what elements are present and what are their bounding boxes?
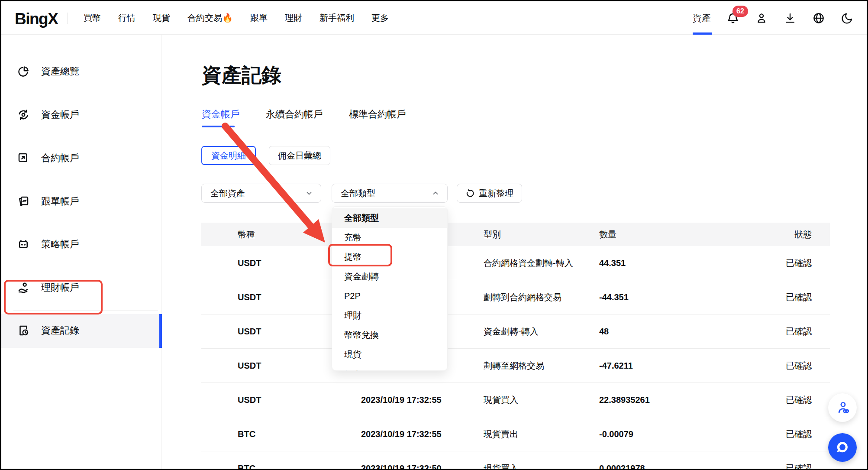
notifications-button[interactable]: 62 [726,12,739,25]
sidebar-item-asset-overview[interactable]: 資產總覽 [1,58,162,85]
sidebar: 資產總覽 資金帳戶 合約帳戶 跟單帳戶 策略帳戶 [1,35,162,469]
top-navbar: BingX 買幣 行情 現貨 合約交易🔥 跟單 理財 新手福利 更多 資產 62 [1,1,867,35]
nav-item-copy-trading[interactable]: 跟單 [250,12,268,24]
dropdown-option-withdraw[interactable]: 提幣 [332,247,447,267]
subtab-fund-details[interactable]: 資金明細 [201,146,256,165]
header-coin: 幣種 [238,223,255,246]
dropdown-option-coin-swap[interactable]: 幣幣兌換 [332,325,447,345]
globe-icon [812,12,825,25]
moon-icon [841,12,854,25]
language-button[interactable] [812,12,825,25]
sidebar-item-copy-trading-account[interactable]: 跟單帳戶 [1,188,162,215]
header-status: 狀態 [794,223,812,246]
table-row: USDT 劃轉到合約網格交易 -44.351 已確認 [201,280,830,314]
table-row: USDT 資金劃轉-轉入 48 已確認 [201,314,830,349]
dropdown-option-p2p[interactable]: P2P [332,286,447,306]
header-type: 型別 [484,223,501,246]
type-filter-value: 全部類型 [341,188,375,199]
nav-item-markets[interactable]: 行情 [118,12,136,24]
header-amount: 數量 [599,223,616,246]
refresh-icon [465,188,475,198]
table-row: BTC 2023/10/19 17:32:50 現貨買入 0.00021978 … [201,451,830,470]
nav-item-assets[interactable]: 資產 [693,1,711,35]
account-tabs: 資金帳戶 永續合約帳戶 標準合約帳戶 [202,108,406,121]
dropdown-option-fund-transfer[interactable]: 資金劃轉 [332,267,447,286]
nav-item-futures[interactable]: 合約交易🔥 [187,12,233,24]
strategy-bot-icon [17,238,30,251]
refresh-button[interactable]: 重新整理 [457,184,522,203]
status-badge: 已確認 [786,417,812,451]
nav-item-buy-crypto[interactable]: 買幣 [84,12,101,24]
support-chat-button[interactable] [828,433,857,462]
affiliate-button[interactable] [828,393,857,422]
type-filter-select[interactable]: 全部類型 [332,184,448,203]
chevron-down-icon [305,189,313,197]
subtab-commission-daily-summary[interactable]: 佣金日彙總 [269,146,330,165]
sidebar-item-wealth-account[interactable]: 理財帳戶 [1,274,162,301]
wealth-hand-icon [17,281,30,294]
tab-standard-account[interactable]: 標準合約帳戶 [349,108,406,121]
funding-cycle-icon [17,108,30,121]
assets-active-underline [693,32,712,35]
nav-item-spot[interactable]: 現貨 [153,12,170,24]
nav-right-cluster: 資產 62 [693,1,854,35]
dropdown-option-wealth[interactable]: 理財 [332,306,447,325]
nav-item-rewards[interactable]: 新手福利 [319,12,354,24]
contract-doc-icon [17,152,30,165]
dropdown-option-spot[interactable]: 現貨 [332,345,447,364]
notification-badge: 62 [732,6,748,17]
chevron-up-icon [432,189,439,197]
nav-item-wealth[interactable]: 理財 [285,12,302,24]
account-button[interactable] [755,12,768,25]
table-header: 幣種 型別 數量 狀態 [201,223,830,246]
asset-filter-value: 全部資產 [210,188,245,199]
nav-divider [67,13,68,24]
active-tab-underline [202,126,235,127]
dropdown-option-deposit[interactable]: 充幣 [332,228,447,247]
asset-records-icon [17,324,30,337]
nav-menu: 買幣 行情 現貨 合約交易🔥 跟單 理財 新手福利 更多 [84,1,389,35]
asset-filter-select[interactable]: 全部資產 [201,184,321,203]
table-row: USDT 劃轉至網格交易 -47.6211 已確認 [201,349,830,383]
bingx-logo[interactable]: BingX [15,10,58,28]
type-dropdown-menu: 全部類型 充幣 提幣 資金劃轉 P2P 理財 幣幣兌換 現貨 佣金 [332,206,448,371]
download-app-button[interactable] [784,12,797,25]
status-badge: 已確認 [786,383,812,417]
page-title: 資產記錄 [202,62,281,89]
status-badge: 已確認 [786,280,812,314]
status-badge: 已確認 [786,451,812,470]
status-badge: 已確認 [786,246,812,280]
person-link-icon [835,400,850,415]
tab-perpetual-account[interactable]: 永續合約帳戶 [266,108,323,121]
tab-fund-account[interactable]: 資金帳戶 [202,108,240,121]
dropdown-option-all-types[interactable]: 全部類型 [332,208,447,228]
chat-bubble-icon [835,440,850,455]
table-row: USDT 合約網格資金劃轉-轉入 44.351 已確認 [201,246,830,280]
status-badge: 已確認 [786,349,812,382]
sidebar-divider [13,310,158,311]
nav-item-more[interactable]: 更多 [371,12,389,24]
download-icon [784,12,797,25]
status-badge: 已確認 [786,314,812,348]
copy-trade-icon [17,195,30,208]
sidebar-item-asset-records[interactable]: 資產記錄 [1,317,162,344]
pie-chart-icon [17,65,30,78]
table-row: USDT 2023/10/19 17:32:55 現貨買入 22.3893526… [201,383,830,417]
sidebar-item-strategy-account[interactable]: 策略帳戶 [1,230,162,258]
theme-toggle-button[interactable] [841,12,854,25]
dropdown-option-commission-clipped[interactable]: 佣金 [332,364,447,371]
user-icon [755,12,768,25]
table-row: BTC 2023/10/19 17:32:55 現貨賣出 -0.00079 已確… [201,417,830,451]
sidebar-item-fund-account[interactable]: 資金帳戶 [1,101,162,129]
sidebar-item-contract-account[interactable]: 合約帳戶 [1,144,162,172]
